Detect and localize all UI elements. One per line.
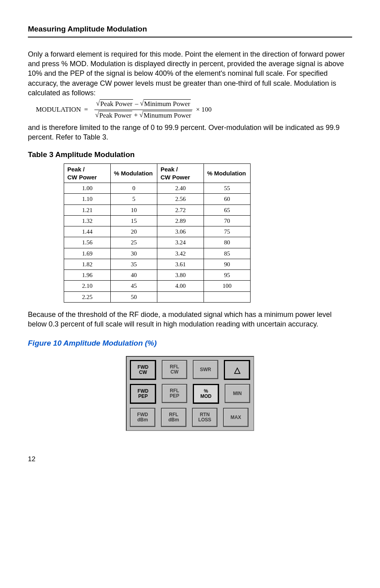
table-cell: 2.56 xyxy=(157,194,204,205)
table-cell: 3.24 xyxy=(157,237,204,248)
table-cell: 95 xyxy=(204,270,251,281)
table-cell: 3.06 xyxy=(157,226,204,237)
table-cell: 3.80 xyxy=(157,270,204,281)
table-cell: 100 xyxy=(204,281,251,291)
table-cell: 2.72 xyxy=(157,205,204,215)
modulation-formula: MODULATION = Peak Power – Minimum Power … xyxy=(36,99,352,120)
table-cell: 35 xyxy=(111,259,157,269)
paragraph-1: Only a forward element is required for t… xyxy=(28,49,352,98)
keypad-row: FWDCWRFLCWSWR△ xyxy=(130,360,250,380)
table-cell: 2.10 xyxy=(64,281,111,291)
table-cell: 15 xyxy=(111,215,157,226)
table-cell: 5 xyxy=(111,194,157,205)
table-header: % Modulation xyxy=(204,164,251,183)
paragraph-3: Because of the threshold of the RF diode… xyxy=(28,310,352,329)
sqrt-peak-den: Peak Power xyxy=(95,111,132,120)
table-cell: 1.10 xyxy=(64,194,111,205)
keypad-row: FWDdBmRFLdBmRTNLOSSMAX xyxy=(130,408,250,427)
table-cell: 90 xyxy=(204,259,251,269)
table-cell: 1.21 xyxy=(64,205,111,215)
table-row: 1.32152.8970 xyxy=(64,215,251,226)
table-cell: 1.44 xyxy=(64,226,111,237)
paragraph-2: and is therefore limited to the range of… xyxy=(28,123,352,142)
table-cell: 3.42 xyxy=(157,248,204,259)
table-cell: 60 xyxy=(204,194,251,205)
table-cell: 1.82 xyxy=(64,259,111,269)
table-cell xyxy=(204,291,251,302)
fwd-cw-button[interactable]: FWDCW xyxy=(130,360,156,380)
keypad-panel: FWDCWRFLCWSWR△FWDPEPRFLPEP%MODMINFWDdBmR… xyxy=(126,356,254,431)
table-cell: 85 xyxy=(204,248,251,259)
table-cell: 0 xyxy=(111,183,157,194)
table-cell: 10 xyxy=(111,205,157,215)
page-number: 12 xyxy=(28,455,352,464)
table-row: 1.82353.6190 xyxy=(64,259,251,269)
table-row: 1.96403.8095 xyxy=(64,270,251,281)
table-cell xyxy=(157,291,204,302)
table-header: Peak /CW Power xyxy=(157,164,204,183)
table-label: Table 3 Amplitude Modulation xyxy=(28,149,352,160)
table-row: 1.21102.7265 xyxy=(64,205,251,215)
fraction: Peak Power – Minimum Power Peak Power + … xyxy=(94,99,194,120)
table-cell: 70 xyxy=(204,215,251,226)
table-row: 1.56253.2480 xyxy=(64,237,251,248)
table-cell: 1.32 xyxy=(64,215,111,226)
table-row: 1.44203.0675 xyxy=(64,226,251,237)
table-cell: 1.00 xyxy=(64,183,111,194)
rtn-loss-button[interactable]: RTNLOSS xyxy=(192,408,217,427)
table-cell: 50 xyxy=(111,291,157,302)
min-button[interactable]: MIN xyxy=(225,384,250,403)
pct-mod-button[interactable]: %MOD xyxy=(193,384,219,404)
table-row: 2.2550 xyxy=(64,291,251,302)
table-cell: 55 xyxy=(204,183,251,194)
triangle-button[interactable]: △ xyxy=(224,360,250,380)
table-cell: 1.69 xyxy=(64,248,111,259)
table-row: 2.10454.00100 xyxy=(64,281,251,291)
plus-sign: + xyxy=(134,111,139,119)
formula-tail: × 100 xyxy=(196,105,212,114)
table-cell: 1.96 xyxy=(64,270,111,281)
rfl-dbm-button[interactable]: RFLdBm xyxy=(161,408,186,427)
table-cell: 3.61 xyxy=(157,259,204,269)
table-cell: 65 xyxy=(204,205,251,215)
sqrt-peak-num: Peak Power xyxy=(96,99,133,109)
table-cell: 20 xyxy=(111,226,157,237)
sqrt-min-num: Minimum Power xyxy=(140,99,191,109)
table-row: 1.0002.4055 xyxy=(64,183,251,194)
table-cell: 2.89 xyxy=(157,215,204,226)
max-button[interactable]: MAX xyxy=(223,408,249,427)
table-cell: 80 xyxy=(204,237,251,248)
table-cell: 45 xyxy=(111,281,157,291)
section-title: Measuring Amplitude Modulation xyxy=(28,24,352,37)
sqrt-min-den: Minumum Power xyxy=(139,111,192,120)
amplitude-modulation-table: Peak /CW Power% ModulationPeak /CW Power… xyxy=(64,163,251,303)
table-cell: 4.00 xyxy=(157,281,204,291)
formula-lhs: MODULATION xyxy=(36,105,81,114)
table-header: Peak /CW Power xyxy=(64,164,111,183)
keypad-row: FWDPEPRFLPEP%MODMIN xyxy=(130,384,250,404)
table-cell: 75 xyxy=(204,226,251,237)
table-row: 1.1052.5660 xyxy=(64,194,251,205)
swr-button[interactable]: SWR xyxy=(193,360,218,379)
table-cell: 25 xyxy=(111,237,157,248)
figure-label: Figure 10 Amplitude Modulation (%) xyxy=(28,338,352,348)
minus-sign: – xyxy=(135,100,140,107)
rfl-cw-button[interactable]: RFLCW xyxy=(162,360,187,379)
denominator: Peak Power + Minumum Power xyxy=(94,110,194,120)
numerator: Peak Power – Minimum Power xyxy=(94,99,192,110)
fwd-dbm-button[interactable]: FWDdBm xyxy=(130,408,155,427)
fwd-pep-button[interactable]: FWDPEP xyxy=(130,384,156,404)
table-header: % Modulation xyxy=(111,164,157,183)
table-cell: 30 xyxy=(111,248,157,259)
equals-sign: = xyxy=(84,105,88,114)
table-cell: 2.40 xyxy=(157,183,204,194)
table-cell: 40 xyxy=(111,270,157,281)
table-cell: 1.56 xyxy=(64,237,111,248)
table-row: 1.69303.4285 xyxy=(64,248,251,259)
table-cell: 2.25 xyxy=(64,291,111,302)
rfl-pep-button[interactable]: RFLPEP xyxy=(162,384,187,403)
